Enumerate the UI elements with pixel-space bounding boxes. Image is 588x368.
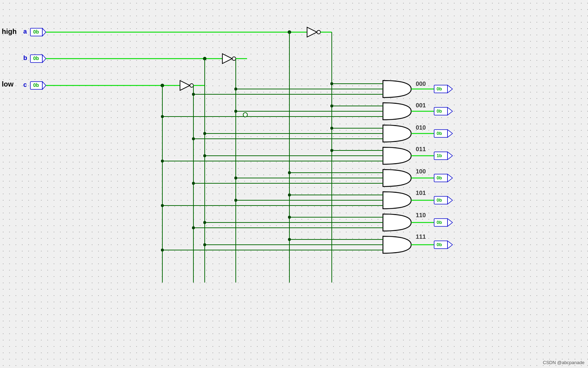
svg-point-133 — [330, 149, 333, 152]
svg-text:0b: 0b — [437, 108, 442, 114]
svg-point-122 — [203, 132, 206, 135]
svg-point-137 — [288, 238, 291, 241]
svg-point-23 — [317, 30, 320, 34]
svg-point-115 — [161, 160, 164, 162]
svg-marker-3 — [42, 28, 46, 36]
svg-marker-6 — [42, 55, 46, 63]
svg-marker-94 — [448, 107, 452, 115]
svg-point-130 — [330, 82, 333, 85]
svg-point-17 — [190, 84, 193, 87]
svg-point-126 — [234, 88, 237, 90]
output-011-box: 1b — [434, 152, 452, 160]
output-101-box: 0b — [434, 196, 452, 204]
svg-point-127 — [234, 110, 237, 113]
svg-point-120 — [192, 182, 195, 185]
svg-point-132 — [330, 127, 333, 130]
svg-point-119 — [192, 137, 195, 140]
svg-marker-106 — [448, 196, 452, 204]
svg-point-118 — [192, 93, 195, 96]
circuit-svg: 0b 0b 0b — [0, 0, 588, 368]
svg-text:1b: 1b — [437, 153, 442, 158]
input-a-box: 0b — [30, 28, 46, 36]
svg-text:0b: 0b — [437, 242, 442, 247]
svg-point-131 — [330, 105, 333, 107]
svg-marker-97 — [448, 130, 452, 137]
output-000-box: 0b — [434, 85, 452, 93]
svg-point-138 — [243, 113, 247, 117]
svg-point-123 — [203, 154, 206, 157]
svg-marker-22 — [307, 27, 317, 37]
output-100-box: 0b — [434, 174, 452, 182]
svg-marker-112 — [448, 241, 452, 249]
svg-text:0b: 0b — [437, 197, 442, 203]
svg-text:0b: 0b — [33, 82, 39, 88]
svg-point-128 — [234, 177, 237, 179]
svg-marker-100 — [448, 152, 452, 160]
svg-point-129 — [234, 199, 237, 202]
output-111-box: 0b — [434, 241, 452, 249]
svg-text:0b: 0b — [33, 29, 39, 35]
svg-text:0b: 0b — [437, 220, 442, 225]
svg-point-134 — [288, 171, 291, 174]
svg-marker-19 — [222, 54, 232, 64]
svg-point-20 — [232, 57, 236, 60]
svg-marker-109 — [448, 219, 452, 226]
svg-marker-16 — [180, 81, 190, 90]
svg-text:0b: 0b — [437, 175, 442, 180]
svg-marker-103 — [448, 174, 452, 182]
svg-point-136 — [288, 216, 291, 219]
input-b-box: 0b — [30, 55, 46, 63]
svg-point-124 — [203, 221, 206, 224]
svg-text:0b: 0b — [33, 55, 39, 61]
output-010-box: 0b — [434, 130, 452, 137]
svg-point-135 — [288, 194, 291, 196]
svg-marker-91 — [448, 85, 452, 93]
svg-point-114 — [161, 115, 164, 118]
output-110-box: 0b — [434, 219, 452, 226]
svg-point-121 — [192, 226, 195, 229]
circuit-container: high low a b c 000 001 010 011 100 101 1… — [0, 0, 588, 368]
output-001-box: 0b — [434, 107, 452, 115]
svg-point-125 — [203, 243, 206, 246]
svg-point-117 — [161, 249, 164, 251]
input-c-box: 0b — [30, 82, 46, 89]
svg-marker-9 — [42, 82, 46, 89]
svg-text:0b: 0b — [437, 86, 442, 91]
svg-point-116 — [161, 204, 164, 207]
svg-text:0b: 0b — [437, 131, 442, 136]
